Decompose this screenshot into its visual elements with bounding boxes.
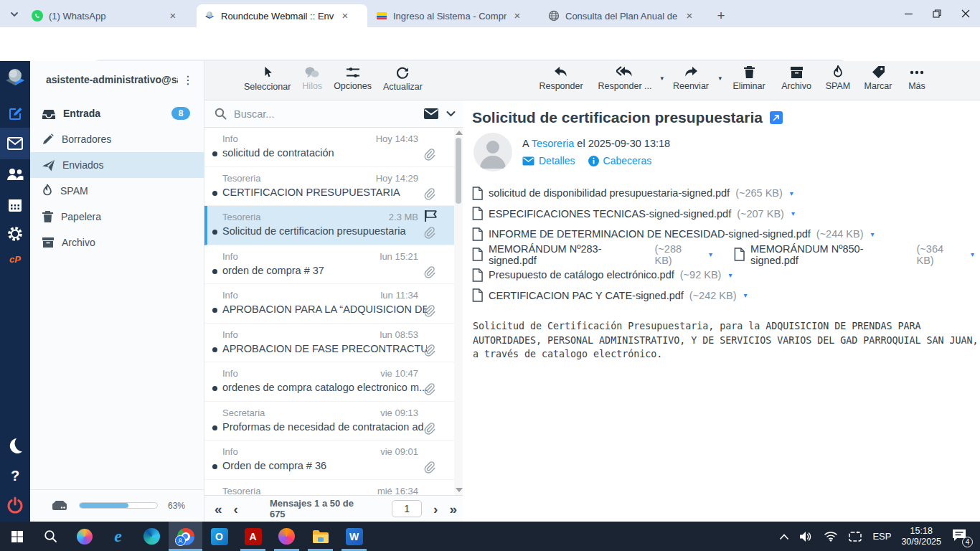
tab-search-button[interactable] — [5, 6, 23, 23]
file-explorer-icon[interactable] — [303, 522, 337, 551]
details-link[interactable]: Detalles — [522, 155, 575, 166]
scrollbar-thumb[interactable] — [456, 138, 461, 204]
spam-button[interactable]: SPAM — [822, 65, 854, 91]
account-menu-icon[interactable]: ⋮ — [178, 73, 199, 87]
attachment-item[interactable]: INFORME DE DETERMINACION DE NECESIDAD-si… — [472, 227, 875, 241]
list-item[interactable]: Tesoreria Hoy 14:29 CERTIFICACION PRESUP… — [204, 167, 454, 207]
reply-all-caret-icon[interactable]: ▾ — [660, 75, 664, 82]
prev-page-button[interactable]: ‹ — [228, 502, 244, 516]
tab-close-icon[interactable]: × — [339, 9, 352, 22]
calendar-icon[interactable] — [0, 192, 30, 218]
copilot-icon[interactable] — [67, 522, 101, 551]
more-button[interactable]: Más — [903, 65, 931, 91]
outlook-icon[interactable]: O — [202, 522, 236, 551]
attachment-item[interactable]: solicitud de disponibilidad presupuestar… — [472, 187, 793, 200]
list-item[interactable]: Info lun 15:21 orden de compra # 37 — [204, 245, 454, 285]
flag-icon[interactable] — [424, 209, 437, 222]
dark-mode-icon[interactable] — [0, 434, 30, 458]
sidebar-item-spam[interactable]: SPAM — [30, 178, 204, 204]
attachment-menu-icon[interactable]: ▾ — [709, 250, 712, 258]
list-item[interactable]: Secretaria vie 09:13 Proformas de necesi… — [204, 402, 454, 441]
sidebar-item-papelera[interactable]: Papelera — [30, 204, 204, 230]
attachment-menu-icon[interactable]: ▾ — [791, 209, 795, 217]
recipient-link[interactable]: Tesoreria — [532, 138, 575, 149]
list-item[interactable]: Tesoreria mié 16:34 — [204, 480, 454, 496]
maximize-button[interactable] — [923, 0, 951, 27]
compose-icon[interactable] — [0, 100, 30, 128]
list-item[interactable]: Info vie 10:47 ordenes de compra catalog… — [204, 362, 454, 402]
notification-center-icon[interactable]: 4 — [951, 528, 970, 545]
page-input[interactable] — [392, 500, 422, 517]
search-scope-mail-icon[interactable] — [423, 108, 439, 120]
attachment-menu-icon[interactable]: ▾ — [728, 271, 732, 279]
attachment-menu-icon[interactable]: ▾ — [790, 189, 793, 197]
firefox-icon[interactable] — [270, 522, 303, 551]
edge-icon[interactable] — [135, 522, 169, 551]
list-item[interactable]: Info lun 11:34 APROBACION PARA LA “ADQUI… — [204, 284, 454, 324]
language-indicator[interactable]: ESP — [872, 531, 891, 542]
list-item[interactable]: Info lun 08:53 APROBACION DE FASE PRECON… — [204, 324, 454, 363]
first-page-button[interactable]: « — [209, 502, 228, 516]
options-button[interactable]: Opciones — [334, 65, 372, 92]
sidebar-item-archivo[interactable]: Archivo — [30, 230, 204, 255]
volume-icon[interactable] — [799, 531, 814, 542]
attachment-item[interactable]: MEMORÁNDUM Nº283-signed.pdf (~288 KB) ▾ — [472, 243, 712, 266]
list-item[interactable]: Info Hoy 14:43 solicitud de contratación — [204, 128, 454, 167]
scroll-up-icon[interactable] — [456, 131, 463, 135]
forward-caret-icon[interactable]: ▾ — [718, 75, 722, 82]
next-page-button[interactable]: › — [428, 502, 443, 516]
cpanel-icon[interactable]: cP — [0, 250, 30, 268]
attachment-menu-icon[interactable]: ▾ — [971, 250, 974, 258]
attachment-item[interactable]: MEMORÁNDUM Nº850-signed.pdf (~364 KB) ▾ — [734, 243, 974, 266]
acrobat-icon[interactable]: A — [236, 522, 270, 551]
clock[interactable]: 15:18 30/9/2025 — [901, 526, 941, 547]
settings-gear-icon[interactable] — [0, 220, 30, 248]
wifi-icon[interactable] — [824, 531, 838, 542]
scroll-down-icon[interactable] — [456, 488, 463, 492]
headers-link[interactable]: Cabeceras — [588, 155, 652, 166]
close-window-button[interactable] — [951, 0, 980, 27]
search-input[interactable] — [234, 108, 423, 120]
reply-button[interactable]: Responder — [534, 65, 588, 91]
taskbar-search-icon[interactable] — [34, 522, 67, 551]
attachment-item[interactable]: ESPECIFICACIONES TECNICAS-signed-signed.… — [472, 207, 795, 220]
browser-tab-plan-anual[interactable]: Consulta del Plan Anual de Con × — [541, 4, 709, 27]
internet-explorer-icon[interactable]: e — [101, 522, 135, 551]
touchpad-icon[interactable] — [848, 531, 862, 542]
attachment-menu-icon[interactable]: ▾ — [744, 291, 748, 299]
tray-expand-icon[interactable] — [779, 533, 789, 540]
open-in-new-window-icon[interactable] — [770, 111, 783, 124]
threads-button[interactable]: Hilos — [302, 65, 322, 92]
reply-all-button[interactable]: Responder ... ▾ — [594, 65, 656, 91]
sidebar-item-entrada[interactable]: Entrada 8 — [30, 100, 204, 126]
attachment-menu-icon[interactable]: ▾ — [871, 230, 875, 238]
sidebar-item-borradores[interactable]: Borradores — [30, 126, 204, 152]
word-icon[interactable]: W — [337, 522, 371, 551]
browser-tab-roundcube[interactable]: Roundcube Webmail :: Enviados × — [197, 4, 367, 27]
list-item[interactable]: Info vie 09:01 Orden de compra # 36 — [204, 441, 454, 480]
chrome-icon[interactable] — [169, 522, 202, 551]
mail-icon[interactable] — [0, 128, 30, 159]
new-tab-button[interactable]: + — [712, 6, 730, 25]
tab-close-icon[interactable]: × — [683, 9, 696, 22]
select-button[interactable]: Seleccionar — [244, 65, 291, 92]
start-button[interactable] — [0, 522, 34, 551]
browser-tab-whatsapp[interactable]: (1) WhatsApp × — [24, 4, 195, 27]
forward-button-mail[interactable]: Reenviar ▾ — [668, 65, 714, 91]
list-scrollbar[interactable] — [454, 128, 463, 495]
attachment-item[interactable]: CERTIFICACION PAC Y CATE-signed.pdf (~24… — [472, 288, 748, 302]
list-item-selected[interactable]: Tesoreria 2.3 MB Solicitud de certificac… — [204, 206, 454, 245]
refresh-list-button[interactable]: Actualizar — [383, 65, 423, 92]
tab-close-icon[interactable]: × — [511, 9, 524, 22]
contacts-icon[interactable] — [0, 161, 30, 187]
help-icon[interactable]: ? — [0, 464, 30, 487]
minimize-button[interactable] — [894, 0, 923, 27]
delete-button[interactable]: Eliminar — [727, 65, 771, 91]
archive-button[interactable]: Archivo — [777, 65, 816, 91]
mark-button[interactable]: Marcar — [860, 65, 896, 91]
sidebar-item-enviados[interactable]: Enviados — [30, 152, 204, 178]
search-options-chevron-icon[interactable] — [446, 110, 456, 118]
logout-power-icon[interactable] — [0, 493, 30, 517]
browser-tab-compras[interactable]: Ingreso al Sistema - Compras P × — [369, 4, 540, 27]
tab-close-icon[interactable]: × — [166, 9, 179, 22]
